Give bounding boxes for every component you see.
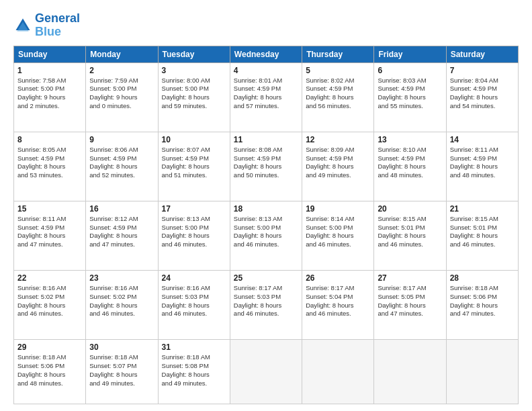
day-info: Sunrise: 8:10 AMSunset: 4:59 PMDaylight:… <box>378 146 442 180</box>
calendar-cell: 20Sunrise: 8:15 AMSunset: 5:01 PMDayligh… <box>374 201 446 270</box>
calendar-cell: 13Sunrise: 8:10 AMSunset: 4:59 PMDayligh… <box>374 132 446 201</box>
day-number: 21 <box>450 204 515 214</box>
calendar-cell: 8Sunrise: 8:05 AMSunset: 4:59 PMDaylight… <box>14 132 86 201</box>
calendar-week-4: 22Sunrise: 8:16 AMSunset: 5:02 PMDayligh… <box>14 270 519 339</box>
calendar-cell: 1Sunrise: 7:58 AMSunset: 5:00 PMDaylight… <box>14 62 86 132</box>
day-info: Sunrise: 8:02 AMSunset: 4:59 PMDaylight:… <box>306 77 370 111</box>
day-info: Sunrise: 8:12 AMSunset: 4:59 PMDaylight:… <box>89 215 154 249</box>
day-info: Sunrise: 8:15 AMSunset: 5:01 PMDaylight:… <box>450 215 515 249</box>
calendar-header-monday: Monday <box>86 46 158 62</box>
logo-icon <box>13 16 32 35</box>
calendar-cell: 22Sunrise: 8:16 AMSunset: 5:02 PMDayligh… <box>14 270 86 339</box>
logo-text: General Blue <box>35 12 80 39</box>
day-number: 26 <box>306 273 370 283</box>
calendar-week-2: 8Sunrise: 8:05 AMSunset: 4:59 PMDaylight… <box>14 132 519 201</box>
day-number: 14 <box>450 135 515 144</box>
day-info: Sunrise: 8:16 AMSunset: 5:03 PMDaylight:… <box>162 284 226 318</box>
calendar-cell: 5Sunrise: 8:02 AMSunset: 4:59 PMDaylight… <box>302 62 374 132</box>
day-info: Sunrise: 8:18 AMSunset: 5:06 PMDaylight:… <box>450 284 515 318</box>
day-number: 17 <box>162 204 226 214</box>
calendar-header-tuesday: Tuesday <box>158 46 230 62</box>
day-number: 24 <box>162 273 226 283</box>
calendar-header-wednesday: Wednesday <box>230 46 302 62</box>
day-number: 6 <box>378 66 442 75</box>
day-number: 16 <box>89 204 154 214</box>
calendar-cell: 10Sunrise: 8:07 AMSunset: 4:59 PMDayligh… <box>158 132 230 201</box>
day-info: Sunrise: 8:17 AMSunset: 5:03 PMDaylight:… <box>234 284 298 318</box>
day-info: Sunrise: 8:17 AMSunset: 5:04 PMDaylight:… <box>306 284 370 318</box>
day-info: Sunrise: 8:14 AMSunset: 5:00 PMDaylight:… <box>306 215 370 249</box>
day-info: Sunrise: 8:16 AMSunset: 5:02 PMDaylight:… <box>89 284 154 318</box>
logo: General Blue <box>13 12 80 39</box>
day-info: Sunrise: 8:03 AMSunset: 4:59 PMDaylight:… <box>378 77 442 111</box>
calendar-cell: 25Sunrise: 8:17 AMSunset: 5:03 PMDayligh… <box>230 270 302 339</box>
day-info: Sunrise: 8:04 AMSunset: 4:59 PMDaylight:… <box>450 77 515 111</box>
calendar-header-row: SundayMondayTuesdayWednesdayThursdayFrid… <box>14 46 519 62</box>
calendar-week-3: 15Sunrise: 8:11 AMSunset: 4:59 PMDayligh… <box>14 201 519 270</box>
header: General Blue <box>13 12 519 39</box>
day-info: Sunrise: 8:08 AMSunset: 4:59 PMDaylight:… <box>234 146 298 180</box>
day-info: Sunrise: 8:00 AMSunset: 5:00 PMDaylight:… <box>162 77 226 111</box>
calendar-cell: 26Sunrise: 8:17 AMSunset: 5:04 PMDayligh… <box>302 270 374 339</box>
day-number: 9 <box>89 135 154 144</box>
calendar-cell: 7Sunrise: 8:04 AMSunset: 4:59 PMDaylight… <box>446 62 518 132</box>
day-number: 29 <box>17 342 82 352</box>
day-info: Sunrise: 8:11 AMSunset: 4:59 PMDaylight:… <box>450 146 515 180</box>
calendar-cell: 15Sunrise: 8:11 AMSunset: 4:59 PMDayligh… <box>14 201 86 270</box>
page: General Blue SundayMondayTuesdayWednesda… <box>0 0 532 411</box>
day-info: Sunrise: 8:01 AMSunset: 4:59 PMDaylight:… <box>234 77 298 111</box>
calendar-cell: 6Sunrise: 8:03 AMSunset: 4:59 PMDaylight… <box>374 62 446 132</box>
calendar-cell: 30Sunrise: 8:18 AMSunset: 5:07 PMDayligh… <box>86 340 158 404</box>
day-info: Sunrise: 8:09 AMSunset: 4:59 PMDaylight:… <box>306 146 370 180</box>
day-number: 19 <box>306 204 370 214</box>
day-number: 3 <box>162 66 226 75</box>
day-info: Sunrise: 7:58 AMSunset: 5:00 PMDaylight:… <box>17 77 82 111</box>
calendar-cell <box>446 340 518 404</box>
day-number: 27 <box>378 273 442 283</box>
day-number: 2 <box>89 66 154 75</box>
calendar-cell: 4Sunrise: 8:01 AMSunset: 4:59 PMDaylight… <box>230 62 302 132</box>
day-number: 28 <box>450 273 515 283</box>
day-number: 30 <box>89 342 154 352</box>
day-number: 18 <box>234 204 298 214</box>
calendar-cell: 17Sunrise: 8:13 AMSunset: 5:00 PMDayligh… <box>158 201 230 270</box>
calendar-cell: 9Sunrise: 8:06 AMSunset: 4:59 PMDaylight… <box>86 132 158 201</box>
calendar-cell: 11Sunrise: 8:08 AMSunset: 4:59 PMDayligh… <box>230 132 302 201</box>
calendar-cell <box>302 340 374 404</box>
day-number: 11 <box>234 135 298 144</box>
day-number: 23 <box>89 273 154 283</box>
day-info: Sunrise: 8:18 AMSunset: 5:08 PMDaylight:… <box>162 353 226 387</box>
calendar-cell: 2Sunrise: 7:59 AMSunset: 5:00 PMDaylight… <box>86 62 158 132</box>
calendar-cell: 18Sunrise: 8:13 AMSunset: 5:00 PMDayligh… <box>230 201 302 270</box>
day-number: 5 <box>306 66 370 75</box>
calendar-cell: 27Sunrise: 8:17 AMSunset: 5:05 PMDayligh… <box>374 270 446 339</box>
calendar-header-thursday: Thursday <box>302 46 374 62</box>
calendar-cell: 31Sunrise: 8:18 AMSunset: 5:08 PMDayligh… <box>158 340 230 404</box>
calendar-cell: 14Sunrise: 8:11 AMSunset: 4:59 PMDayligh… <box>446 132 518 201</box>
day-number: 31 <box>162 342 226 352</box>
calendar-week-5: 29Sunrise: 8:18 AMSunset: 5:06 PMDayligh… <box>14 340 519 404</box>
day-info: Sunrise: 8:18 AMSunset: 5:07 PMDaylight:… <box>89 353 154 387</box>
calendar-cell: 3Sunrise: 8:00 AMSunset: 5:00 PMDaylight… <box>158 62 230 132</box>
day-info: Sunrise: 8:11 AMSunset: 4:59 PMDaylight:… <box>17 215 82 249</box>
day-number: 25 <box>234 273 298 283</box>
calendar-week-1: 1Sunrise: 7:58 AMSunset: 5:00 PMDaylight… <box>14 62 519 132</box>
day-info: Sunrise: 8:07 AMSunset: 4:59 PMDaylight:… <box>162 146 226 180</box>
day-number: 20 <box>378 204 442 214</box>
calendar-cell: 21Sunrise: 8:15 AMSunset: 5:01 PMDayligh… <box>446 201 518 270</box>
day-number: 8 <box>17 135 82 144</box>
day-number: 13 <box>378 135 442 144</box>
day-number: 7 <box>450 66 515 75</box>
day-info: Sunrise: 8:15 AMSunset: 5:01 PMDaylight:… <box>378 215 442 249</box>
calendar-cell: 12Sunrise: 8:09 AMSunset: 4:59 PMDayligh… <box>302 132 374 201</box>
day-info: Sunrise: 7:59 AMSunset: 5:00 PMDaylight:… <box>89 77 154 111</box>
day-info: Sunrise: 8:13 AMSunset: 5:00 PMDaylight:… <box>162 215 226 249</box>
day-number: 22 <box>17 273 82 283</box>
calendar-cell: 16Sunrise: 8:12 AMSunset: 4:59 PMDayligh… <box>86 201 158 270</box>
day-number: 15 <box>17 204 82 214</box>
day-number: 10 <box>162 135 226 144</box>
calendar-cell: 29Sunrise: 8:18 AMSunset: 5:06 PMDayligh… <box>14 340 86 404</box>
calendar-cell <box>374 340 446 404</box>
day-info: Sunrise: 8:18 AMSunset: 5:06 PMDaylight:… <box>17 353 82 387</box>
day-number: 4 <box>234 66 298 75</box>
